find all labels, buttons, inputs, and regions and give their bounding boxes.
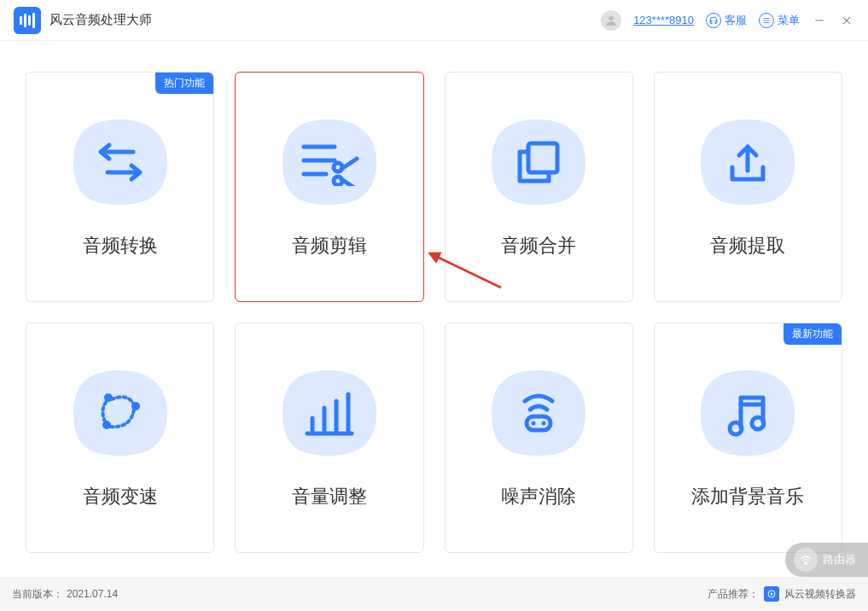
router-icon [794, 548, 818, 572]
version-value: 2021.07.14 [67, 588, 118, 600]
card-label: 噪声消除 [501, 484, 576, 509]
svg-point-24 [532, 422, 536, 426]
svg-rect-14 [528, 143, 557, 172]
version-label: 当前版本： [12, 587, 63, 602]
music-icon [724, 387, 772, 439]
card-volume-adjust[interactable]: 音量调整 [235, 323, 423, 553]
svg-point-25 [542, 422, 546, 426]
watermark: 路由器 [785, 543, 868, 577]
menu-icon [759, 13, 774, 28]
svg-line-12 [341, 159, 357, 169]
card-audio-speed[interactable]: 音频变速 [26, 323, 214, 553]
card-add-bgm[interactable]: 最新功能 添加背景音乐 [654, 323, 842, 553]
svg-point-30 [805, 562, 807, 565]
card-audio-convert[interactable]: 热门功能 音频转换 [26, 72, 214, 302]
hot-badge: 热门功能 [155, 73, 213, 94]
card-label: 音频转换 [83, 233, 158, 259]
recommend-app-icon[interactable] [764, 586, 779, 602]
volume-icon [302, 389, 357, 437]
watermark-label: 路由器 [823, 552, 856, 567]
new-badge: 最新功能 [784, 323, 842, 345]
title-bar: 风云音频处理大师 123****8910 客服 菜单 [0, 0, 868, 41]
username-link[interactable]: 123****8910 [633, 14, 694, 26]
card-audio-cut[interactable]: 音频剪辑 [235, 72, 423, 302]
support-link[interactable]: 客服 [706, 13, 747, 28]
svg-point-27 [730, 422, 742, 434]
status-bar: 当前版本： 2021.07.14 产品推荐： 风云视频转换器 [0, 577, 868, 611]
feature-grid: 热门功能 音频转换 音频剪辑 [0, 41, 868, 570]
menu-link[interactable]: 菜单 [759, 13, 800, 28]
user-avatar[interactable] [601, 10, 621, 31]
merge-icon [511, 138, 566, 186]
card-label: 音频变速 [83, 484, 158, 509]
card-label: 音频提取 [710, 233, 785, 259]
minimize-button[interactable] [812, 13, 827, 28]
menu-label: 菜单 [778, 13, 800, 28]
card-label: 音频剪辑 [292, 233, 367, 259]
recommend-app-name[interactable]: 风云视频转换器 [784, 587, 856, 602]
support-label: 客服 [725, 13, 747, 28]
svg-rect-23 [527, 416, 551, 430]
card-label: 添加背景音乐 [691, 484, 804, 509]
card-label: 音频合并 [501, 233, 576, 259]
close-button[interactable] [839, 13, 854, 28]
speed-icon [93, 386, 148, 440]
extract-icon [724, 138, 772, 186]
card-noise-remove[interactable]: 噪声消除 [445, 323, 633, 553]
headset-icon [706, 13, 721, 28]
app-title: 风云音频处理大师 [50, 12, 152, 28]
card-audio-merge[interactable]: 音频合并 [445, 72, 633, 302]
card-label: 音量调整 [292, 484, 367, 509]
recommend-label: 产品推荐： [708, 587, 759, 602]
denoise-icon [511, 389, 566, 437]
app-logo [14, 7, 41, 34]
svg-point-28 [752, 417, 764, 429]
svg-line-13 [341, 179, 357, 186]
cut-icon [295, 138, 364, 186]
convert-icon [90, 137, 150, 188]
svg-point-0 [609, 15, 613, 20]
card-audio-extract[interactable]: 音频提取 [654, 72, 842, 302]
